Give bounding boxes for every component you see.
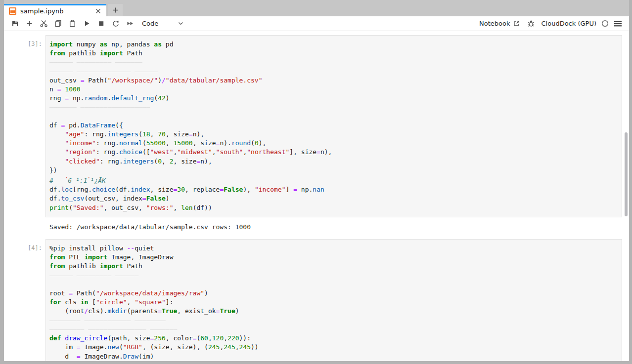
code-editor[interactable]: %pip install pillow --quietfrom PIL impo… [45, 239, 622, 361]
copy-cells-button[interactable] [51, 17, 65, 30]
vertical-scrollbar-thumb[interactable] [625, 132, 628, 216]
scissors-icon [40, 20, 48, 27]
restart-icon [112, 20, 120, 28]
hamburger-icon [614, 20, 622, 27]
plus-icon [26, 20, 33, 27]
main-menu-button[interactable] [614, 20, 622, 27]
notebook-toolbar: Code Notebook [4, 16, 629, 31]
interrupt-kernel-button[interactable] [94, 17, 108, 30]
bug-icon [528, 20, 535, 27]
stop-icon [97, 20, 105, 27]
tab-title: sample.ipynb [20, 7, 90, 15]
close-icon [95, 8, 101, 14]
clipboard-icon [69, 20, 76, 27]
copy-icon [54, 20, 62, 27]
cut-cells-button[interactable] [37, 17, 51, 30]
output-prompt [4, 217, 45, 223]
tab-bar: sample.ipynb [4, 0, 629, 16]
debugger-button[interactable] [528, 20, 535, 27]
cell-type-label: Code [142, 20, 158, 27]
notebook-content: [3]: import numpy as np, pandas as pdfro… [4, 31, 629, 361]
add-cell-button[interactable] [22, 17, 37, 30]
app-window: sample.ipynb [0, 0, 632, 364]
chevron-down-icon [178, 22, 183, 25]
notebook-mode-label[interactable]: Notebook [479, 20, 510, 27]
kernel-name[interactable]: CloudDock (GPU) [542, 20, 596, 27]
tab-sample-ipynb[interactable]: sample.ipynb [4, 4, 106, 16]
save-button[interactable] [8, 17, 22, 30]
fast-forward-icon [126, 20, 134, 27]
plus-icon [112, 7, 119, 13]
cell-output-row: Saved: /workspace/data/tabular/sample.cs… [4, 217, 629, 236]
notebook-file-icon [9, 7, 16, 15]
external-link-icon[interactable] [513, 20, 520, 27]
cell-type-dropdown[interactable]: Code [142, 20, 183, 27]
kernel-status-icon [601, 20, 609, 27]
restart-kernel-button[interactable] [108, 17, 123, 30]
save-icon [11, 20, 19, 27]
new-tab-button[interactable] [108, 4, 123, 16]
run-all-button[interactable] [123, 17, 137, 30]
cell-prompt: [3]: [4, 35, 45, 47]
play-icon [83, 20, 90, 27]
run-cell-button[interactable] [80, 17, 94, 30]
cell-output-text: Saved: /workspace/data/tabular/sample.cs… [45, 217, 629, 236]
paste-cells-button[interactable] [65, 17, 80, 30]
code-cell: [4]: %pip install pillow --quietfrom PIL… [4, 239, 622, 361]
code-cell: [3]: import numpy as np, pandas as pdfro… [4, 35, 622, 217]
code-editor[interactable]: import numpy as np, pandas as pdfrom pat… [45, 35, 622, 217]
tab-close-button[interactable] [93, 6, 102, 15]
cell-prompt: [4]: [4, 239, 45, 251]
